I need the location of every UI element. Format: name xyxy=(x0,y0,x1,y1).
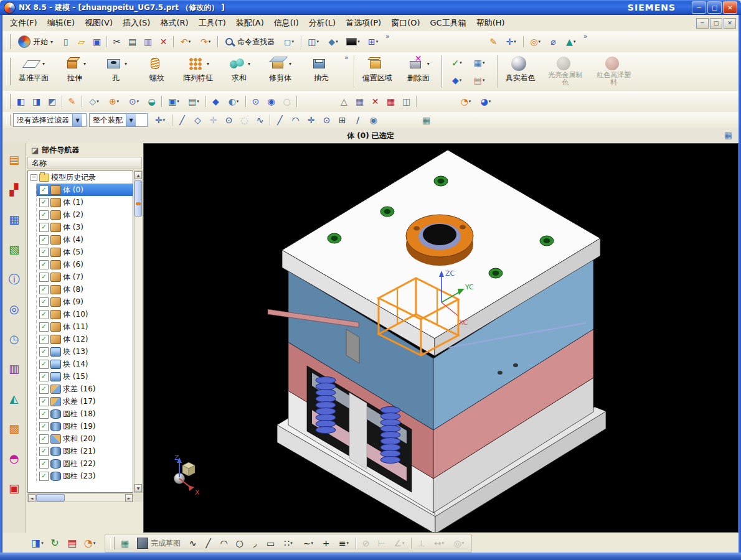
visibility-checkbox[interactable]: ✓ xyxy=(39,335,49,344)
view-tools-button[interactable]: ▲ ▾ xyxy=(561,34,581,50)
tree-root-model-history[interactable]: − 模型历史记录 xyxy=(28,171,133,184)
tree-item-body-0[interactable]: ✓ 体 (0) xyxy=(36,184,133,196)
toolbar-grip[interactable] xyxy=(6,94,11,109)
scrollbar-thumb[interactable] xyxy=(36,494,65,502)
model-3d[interactable]: ZC YC XC Z X xyxy=(144,144,738,532)
profile-tool[interactable]: ∿ ▾ xyxy=(185,536,201,551)
visibility-checkbox[interactable]: ✓ xyxy=(39,310,49,319)
tree-item-body-1[interactable]: ✓ 体 (1) xyxy=(36,196,133,208)
snap-endpoint-button[interactable]: ╱ ▾ xyxy=(174,113,190,128)
visibility-checkbox[interactable]: ✓ xyxy=(39,459,49,469)
snap-midpoint-button[interactable]: ◇ ▾ xyxy=(190,113,205,128)
sketch-button[interactable]: ✎ ▾ xyxy=(486,34,501,50)
export-button[interactable]: ▤ ▾ xyxy=(64,534,81,552)
unite-button[interactable]: ▾ 求和 xyxy=(219,53,260,91)
visibility-checkbox[interactable]: ✓ xyxy=(39,223,49,232)
visibility-checkbox[interactable]: ✓ xyxy=(39,185,49,195)
snap-existing-point-button[interactable]: ∿ ▾ xyxy=(252,113,268,128)
web-browser-icon[interactable]: ◎ ▾ xyxy=(5,300,24,319)
visibility-checkbox[interactable]: ✓ xyxy=(39,248,49,257)
point-tool[interactable]: + ▾ xyxy=(318,536,334,551)
part-family-button[interactable]: ◔ ▾ xyxy=(456,94,476,110)
menu-information[interactable]: 信息(I) xyxy=(269,16,304,30)
split-screen-button[interactable]: ⊞ ▾ xyxy=(363,34,383,50)
tree-item-body-7[interactable]: ✓ 体 (7) xyxy=(36,271,133,283)
visibility-checkbox[interactable]: ✓ xyxy=(39,322,49,332)
pmi-check-button[interactable]: ✓ ▾ xyxy=(447,55,467,71)
tree-item-body-12[interactable]: ✓ 体 (12) xyxy=(36,333,133,345)
scope-filter-select[interactable]: 整个装配 ▼ xyxy=(89,113,148,127)
tree-item-subtract-17[interactable]: ✓ 求差 (17) xyxy=(36,395,133,408)
arc-tool-button[interactable]: ◠ ▾ xyxy=(288,113,303,128)
tree-item-body-6[interactable]: ✓ 体 (6) xyxy=(36,258,133,271)
scroll-down-button[interactable]: ▼ xyxy=(135,484,142,492)
graphics-viewport[interactable]: ZC YC XC Z X xyxy=(143,143,739,533)
datum-csys-button[interactable]: ✛ ▾ xyxy=(501,34,521,50)
history-icon[interactable]: ◷ ▾ xyxy=(5,330,24,348)
expander-icon[interactable]: − xyxy=(31,174,37,181)
scroll-left-button[interactable]: ◄ xyxy=(28,494,35,502)
snap-intersection-button[interactable]: ✛ ▾ xyxy=(205,113,221,128)
open-file-button[interactable]: ▱ ▾ xyxy=(73,34,89,50)
quick-trim-tool[interactable]: ∠ ▾ xyxy=(389,536,409,551)
circle-tool[interactable]: ○ ▾ xyxy=(232,536,247,551)
visibility-checkbox[interactable]: ✓ xyxy=(39,472,49,481)
snap-point-button[interactable]: ✛ ▾ xyxy=(150,113,170,128)
bounding-body-button[interactable]: ◫ ▾ xyxy=(399,94,414,110)
process-studio-icon[interactable]: ◭ ▾ xyxy=(5,390,24,408)
extrude-small-button[interactable]: ⊕ ▾ xyxy=(104,94,124,110)
redo-button[interactable]: ↷ ▾ xyxy=(196,34,215,50)
toolbar-overflow[interactable]: » xyxy=(344,52,349,62)
arc-tool[interactable]: ◠ ▾ xyxy=(216,536,232,551)
paste-button[interactable]: ▥ ▾ xyxy=(140,34,156,50)
toolbar-grip[interactable] xyxy=(6,34,11,49)
child-close-button[interactable]: ✕ xyxy=(724,18,736,29)
tree-item-body-2[interactable]: ✓ 体 (2) xyxy=(36,208,133,221)
menu-insert[interactable]: 插入(S) xyxy=(118,16,155,30)
delete-row-button[interactable]: ✕ ▾ xyxy=(367,94,383,110)
line-tool-button[interactable]: ╱ ▾ xyxy=(272,113,288,128)
start-button[interactable]: 开始 ▾ xyxy=(13,33,58,51)
tree-item-block-15[interactable]: ✓ 块 (15) xyxy=(36,370,133,383)
visibility-checkbox[interactable]: ✓ xyxy=(39,273,49,282)
hole-small-button[interactable]: ⊙ ▾ xyxy=(124,94,144,110)
visibility-checkbox[interactable]: ✓ xyxy=(39,285,49,294)
selection-tool-button[interactable]: ◻ ▾ xyxy=(279,34,299,50)
red-glossy-plastic-button[interactable]: ▾ 红色高泽塑料 xyxy=(590,53,638,91)
tree-item-body-4[interactable]: ✓ 体 (4) xyxy=(36,233,133,246)
delete-button[interactable]: ✕ ▾ xyxy=(156,34,171,50)
minimize-button[interactable]: ─ xyxy=(692,1,706,14)
cut-button[interactable]: ✂ ▾ xyxy=(109,34,125,50)
assembly-navigator-icon[interactable]: ▤ ▾ xyxy=(5,151,24,169)
datum-plane-small-button[interactable]: ◇ ▾ xyxy=(84,94,104,110)
visibility-checkbox[interactable]: ✓ xyxy=(39,397,49,406)
draft-analysis-button[interactable]: △ ▾ xyxy=(336,94,352,110)
mold-assembly[interactable] xyxy=(268,150,606,532)
maximize-button[interactable]: □ xyxy=(707,1,722,14)
child-restore-button[interactable]: □ xyxy=(710,18,722,29)
constraint-navigator-icon[interactable]: ▞ ▾ xyxy=(5,180,24,199)
visibility-checkbox[interactable]: ✓ xyxy=(39,235,49,245)
hd3d-tool-icon[interactable]: ⓘ ▾ xyxy=(5,270,24,289)
tree-item-cylinder-19[interactable]: ✓ 圆柱 (19) xyxy=(36,420,133,432)
copy-button[interactable]: ▤ ▾ xyxy=(125,34,140,50)
trim-body-button[interactable]: ▾ 修剪体 xyxy=(260,53,301,91)
roles-icon[interactable]: ◓ ▾ xyxy=(5,449,24,468)
tree-item-cylinder-23[interactable]: ✓ 圆柱 (23) xyxy=(36,470,133,482)
point-on-face-button[interactable]: ⊙ ▾ xyxy=(319,113,334,128)
hd3d-report-button[interactable]: ◆ ▾ xyxy=(447,73,467,88)
horizontal-scrollbar[interactable]: ◄ ► xyxy=(27,493,133,502)
visual-report-button[interactable]: ▤ ▾ xyxy=(470,73,489,88)
tree-item-body-5[interactable]: ✓ 体 (5) xyxy=(36,246,133,258)
new-window-button[interactable]: ◧ ▾ xyxy=(13,94,29,110)
visibility-checkbox[interactable]: ✓ xyxy=(39,347,49,357)
timestamp-order-button[interactable]: ◨ ▾ xyxy=(29,534,46,552)
datum-plane-button[interactable]: ▾ 基准平面 xyxy=(13,53,54,91)
filter-button[interactable]: ◔ ▾ xyxy=(81,534,98,552)
visibility-checkbox[interactable]: ✓ xyxy=(39,360,49,369)
menu-gc-toolbox[interactable]: GC工具箱 xyxy=(425,16,471,30)
visibility-checkbox[interactable]: ✓ xyxy=(39,447,49,456)
measure-distance-button[interactable]: ⊙ ▾ xyxy=(248,94,263,110)
rectangle-tool[interactable]: ▭ ▾ xyxy=(263,536,278,551)
scroll-right-button[interactable]: ► xyxy=(125,494,133,502)
